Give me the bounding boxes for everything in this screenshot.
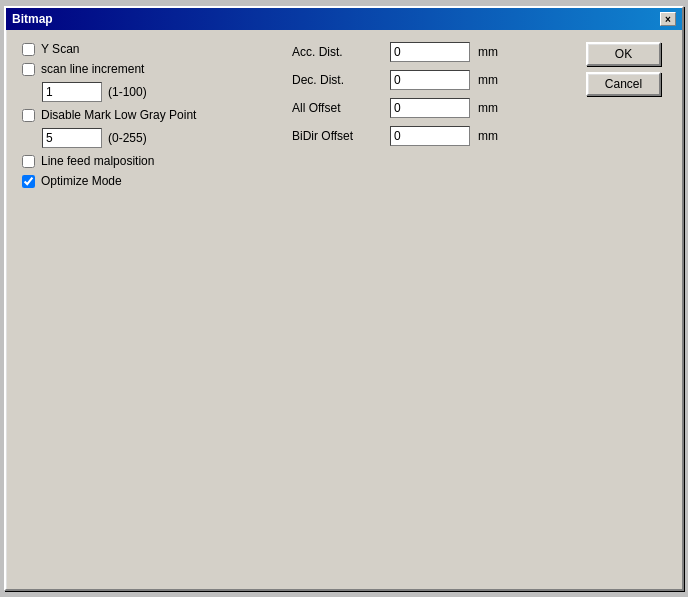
yscan-label: Y Scan (41, 42, 79, 56)
buttons-panel: OK Cancel (586, 42, 666, 188)
optimize-label: Optimize Mode (41, 174, 122, 188)
acc-dist-label: Acc. Dist. (292, 45, 382, 59)
top-row: Y Scan scan line increment (1-100) Disab… (22, 42, 666, 188)
dialog-content: Y Scan scan line increment (1-100) Disab… (6, 30, 682, 200)
dec-dist-unit: mm (478, 73, 498, 87)
bidir-offset-unit: mm (478, 129, 498, 143)
dec-dist-row: Dec. Dist. mm (292, 70, 576, 90)
title-bar: Bitmap × (6, 8, 682, 30)
optimize-checkbox[interactable] (22, 175, 35, 188)
all-offset-label: All Offset (292, 101, 382, 115)
all-offset-unit: mm (478, 101, 498, 115)
bidir-offset-label: BiDir Offset (292, 129, 382, 143)
linefeed-checkbox[interactable] (22, 155, 35, 168)
close-button[interactable]: × (660, 12, 676, 26)
scanline-row: scan line increment (22, 62, 282, 76)
scanline-checkbox[interactable] (22, 63, 35, 76)
scanline-label: scan line increment (41, 62, 144, 76)
bidir-offset-input[interactable] (390, 126, 470, 146)
acc-dist-unit: mm (478, 45, 498, 59)
disable-mark-value-row: (0-255) (42, 128, 282, 148)
acc-dist-input[interactable] (390, 42, 470, 62)
dec-dist-label: Dec. Dist. (292, 73, 382, 87)
disable-mark-checkbox[interactable] (22, 109, 35, 122)
cancel-button[interactable]: Cancel (586, 72, 661, 96)
optimize-row: Optimize Mode (22, 174, 282, 188)
disable-mark-row: Disable Mark Low Gray Point (22, 108, 282, 122)
scanline-value-row: (1-100) (42, 82, 282, 102)
disable-mark-input[interactable] (42, 128, 102, 148)
yscan-checkbox[interactable] (22, 43, 35, 56)
all-offset-input[interactable] (390, 98, 470, 118)
dec-dist-input[interactable] (390, 70, 470, 90)
scanline-hint: (1-100) (108, 85, 147, 99)
all-offset-row: All Offset mm (292, 98, 576, 118)
acc-dist-row: Acc. Dist. mm (292, 42, 576, 62)
dialog-title: Bitmap (12, 12, 53, 26)
bidir-offset-row: BiDir Offset mm (292, 126, 576, 146)
scanline-input[interactable] (42, 82, 102, 102)
linefeed-row: Line feed malposition (22, 154, 282, 168)
linefeed-label: Line feed malposition (41, 154, 154, 168)
right-panel: Acc. Dist. mm Dec. Dist. mm All Offset m… (292, 42, 576, 188)
left-panel: Y Scan scan line increment (1-100) Disab… (22, 42, 282, 188)
disable-mark-label: Disable Mark Low Gray Point (41, 108, 196, 122)
yscan-row: Y Scan (22, 42, 282, 56)
disable-mark-hint: (0-255) (108, 131, 147, 145)
bitmap-dialog: Bitmap × Y Scan scan line increment (4, 6, 684, 591)
ok-button[interactable]: OK (586, 42, 661, 66)
